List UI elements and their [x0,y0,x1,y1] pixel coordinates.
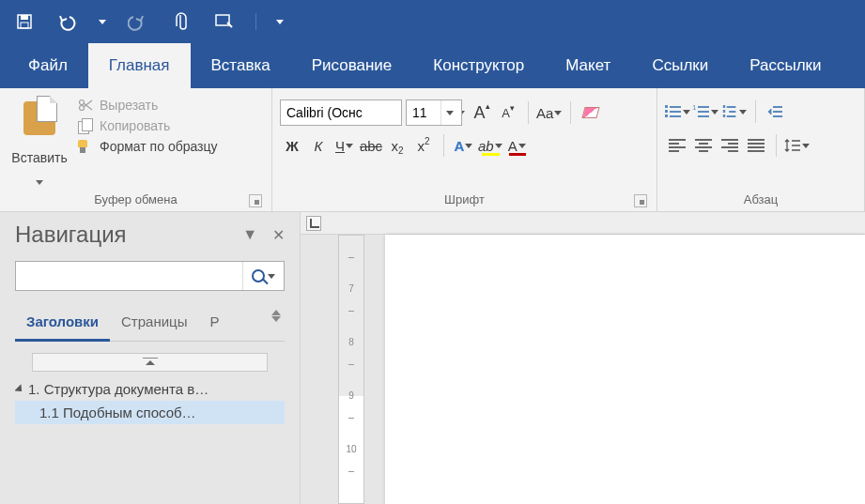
shrink-font-button[interactable]: A▾ [496,100,520,125]
strike-button[interactable]: abc [359,133,383,158]
paste-button[interactable]: Вставить [8,92,71,187]
tab-file[interactable]: Файл [8,43,88,88]
group-paragraph-label: Абзац [744,192,778,206]
eraser-icon [582,107,600,118]
font-size-dropdown-icon[interactable] [440,100,457,125]
navigation-tabs: Заголовки Страницы Р [15,308,285,342]
tab-insert[interactable]: Вставка [191,43,291,88]
tree-item-1-label: 1. Структура документа в… [28,381,209,397]
copy-icon [77,118,94,133]
grow-font-button[interactable]: A▴ [470,100,494,125]
scissors-icon [77,98,94,113]
tab-home[interactable]: Главная [88,43,191,88]
save-icon[interactable] [11,8,38,35]
nav-tabs-scroll-down-icon[interactable] [271,316,281,322]
bold-button[interactable]: Ж [280,133,304,158]
align-justify-button[interactable] [744,133,768,158]
tab-draw[interactable]: Рисование [291,43,413,88]
svg-point-5 [80,106,85,111]
quick-access-toolbar [0,0,865,43]
tree-caret-icon[interactable] [15,384,25,394]
multilevel-icon [723,105,736,118]
font-size-input[interactable] [407,100,440,125]
redo-icon[interactable] [124,8,150,35]
navigation-search[interactable] [15,261,285,291]
tab-design[interactable]: Конструктор [412,43,545,88]
navigation-search-button[interactable] [242,262,284,290]
paste-icon [22,96,57,137]
subscript-button[interactable]: x2 [385,133,409,158]
align-left-button[interactable] [665,133,689,158]
align-center-icon [695,139,712,152]
search-icon [252,269,265,283]
tab-layout[interactable]: Макет [545,43,631,88]
align-center-button[interactable] [691,133,716,158]
ribbon: Вставить Вырезать Копировать Формат по о… [0,88,865,212]
svg-rect-2 [21,23,28,28]
group-paragraph: Абзац [657,88,865,211]
clipboard-launcher-icon[interactable] [249,194,262,207]
ribbon-tabs: Файл Главная Вставка Рисование Конструкт… [0,43,865,88]
navigation-close-icon[interactable]: ✕ [272,226,285,244]
format-painter-button[interactable]: Формат по образцу [77,139,218,154]
search-dropdown-icon[interactable] [268,274,275,279]
nav-tab-results[interactable]: Р [198,308,224,341]
bullets-button[interactable] [665,99,691,124]
copy-label: Копировать [100,118,170,133]
paste-dropdown-icon[interactable] [36,180,43,185]
nav-tab-pages[interactable]: Страницы [110,308,198,341]
copy-button[interactable]: Копировать [77,118,218,133]
decrease-indent-button[interactable] [764,99,788,124]
text-effects-button[interactable]: A [452,133,476,158]
navigation-pane: Навигация ▼ ✕ Заголовки Страницы Р [0,212,301,504]
document-page[interactable] [385,235,865,504]
italic-button[interactable]: К [306,133,331,158]
line-spacing-button[interactable] [784,133,811,158]
navigation-title: Навигация [15,221,127,248]
tree-item-1-1-label: 1.1 Подобным способ… [39,405,196,420]
numbering-button[interactable] [693,99,719,124]
nav-tab-headings[interactable]: Заголовки [15,308,110,342]
tab-selector-icon[interactable] [306,216,321,231]
highlight-button[interactable]: ab [478,133,503,158]
tab-mailings[interactable]: Рассылки [729,43,842,88]
undo-dropdown-icon[interactable] [98,8,107,35]
horizontal-ruler[interactable] [301,212,865,235]
font-launcher-icon[interactable] [634,194,647,207]
attach-icon[interactable] [167,8,193,35]
svg-point-4 [80,100,85,105]
cut-button[interactable]: Вырезать [77,98,218,113]
superscript-button[interactable]: x2 [411,133,436,158]
nav-collapse-button[interactable] [32,353,268,372]
nav-tabs-scroll-up-icon[interactable] [271,310,281,315]
undo-icon[interactable] [54,8,81,35]
tab-references[interactable]: Ссылки [631,43,729,88]
touch-mode-icon[interactable] [210,8,237,35]
group-font: A▴ A▾ Aa Ж К Ч abc x2 x2 A ab A Шрифт [272,88,657,211]
navigation-options-icon[interactable]: ▼ [242,226,257,244]
underline-button[interactable]: Ч [332,133,357,158]
change-case-button[interactable]: Aa [536,100,563,125]
tree-item-1[interactable]: 1. Структура документа в… [15,377,285,401]
navigation-search-input[interactable] [16,262,242,290]
qat-separator [255,13,256,30]
multilevel-button[interactable] [721,99,748,124]
align-right-icon [721,139,738,152]
qat-customize-icon[interactable] [275,8,285,35]
font-name-combo[interactable] [280,99,402,126]
align-right-button[interactable] [718,133,742,158]
font-color-button[interactable]: A [505,133,530,158]
document-area: 7 8 9 10 [301,212,865,504]
vertical-ruler[interactable]: 7 8 9 10 [338,235,364,504]
group-clipboard-label: Буфер обмена [94,192,177,206]
highlight-color-swatch [482,153,500,156]
align-left-icon [669,139,686,152]
navigation-tree: 1. Структура документа в… 1.1 Подобным с… [15,377,285,424]
font-size-combo[interactable] [406,99,462,126]
workspace: Навигация ▼ ✕ Заголовки Страницы Р [0,212,865,504]
format-painter-label: Формат по образцу [100,139,218,154]
svg-rect-3 [216,15,229,25]
cut-label: Вырезать [100,98,158,113]
clear-formatting-button[interactable] [579,100,603,125]
tree-item-1-1[interactable]: 1.1 Подобным способ… [15,401,285,424]
